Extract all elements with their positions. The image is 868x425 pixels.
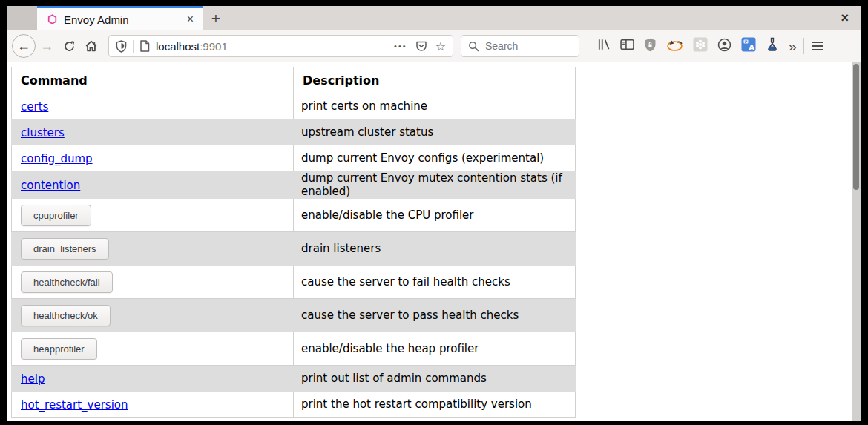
search-bar[interactable]: Search: [461, 35, 579, 57]
column-header-command: Command: [12, 67, 294, 93]
toolbar-separator: [803, 38, 804, 54]
column-header-description: Description: [294, 67, 576, 93]
tab-bar: Envoy Admin × + ×: [7, 6, 861, 30]
protections-shield-lock-icon[interactable]: [644, 38, 657, 55]
page-content: Command Description certs print certs on…: [7, 62, 861, 421]
window-close-icon[interactable]: ×: [841, 10, 849, 26]
command-link-config-dump[interactable]: config_dump: [21, 152, 93, 165]
translate-extension-icon[interactable]: A: [741, 37, 756, 55]
url-text[interactable]: localhost:9901: [156, 40, 228, 53]
search-placeholder: Search: [485, 40, 518, 52]
table-row: drain_listeners drain listeners: [12, 232, 576, 266]
command-link-contention[interactable]: contention: [21, 179, 80, 192]
titlebar-spacer: [7, 6, 37, 30]
flower-extension-icon[interactable]: [693, 37, 708, 55]
scrollbar-thumb[interactable]: [853, 64, 859, 190]
command-button-drain-listeners[interactable]: drain_listeners: [21, 238, 109, 260]
new-tab-button[interactable]: +: [203, 6, 228, 30]
flask-experiments-icon[interactable]: [766, 37, 779, 55]
url-bar[interactable]: localhost:9901 ••• ☆: [108, 35, 453, 57]
table-row: contention dump current Envoy mutex cont…: [12, 171, 576, 199]
back-button[interactable]: ←: [12, 34, 36, 58]
page-info-icon[interactable]: [139, 40, 150, 52]
search-magnifier-icon: [468, 41, 479, 52]
fox-extension-icon[interactable]: [666, 39, 683, 54]
page-actions-icon[interactable]: •••: [394, 42, 407, 50]
account-icon[interactable]: [717, 38, 731, 55]
toolbar-overflow-chevron-icon[interactable]: »: [789, 39, 797, 53]
reload-button[interactable]: [58, 35, 80, 57]
table-header-row: Command Description: [12, 67, 576, 93]
command-description: cause the server to pass health checks: [294, 299, 576, 332]
home-button[interactable]: [80, 35, 102, 57]
table-row: hot_restart_version print the hot restar…: [12, 392, 576, 418]
command-description: drain listeners: [294, 232, 576, 266]
command-button-heapprofiler[interactable]: heapprofiler: [21, 338, 97, 360]
command-button-cpuprofiler[interactable]: cpuprofiler: [21, 205, 91, 226]
command-description: enable/disable the CPU profiler: [294, 199, 576, 232]
command-link-hot-restart-version[interactable]: hot_restart_version: [21, 398, 128, 412]
sidebar-toggle-icon[interactable]: [620, 39, 634, 53]
table-row: healthcheck/ok cause the server to pass …: [12, 299, 576, 332]
command-description: print the hot restart compatibility vers…: [294, 392, 576, 418]
tracking-protection-shield-icon[interactable]: [116, 40, 127, 53]
command-description: dump current Envoy configs (experimental…: [294, 145, 576, 171]
url-host: localhost: [156, 40, 200, 53]
browser-window: Envoy Admin × + × ← → localhost:9901 •••: [7, 6, 861, 421]
tab-envoy-admin[interactable]: Envoy Admin ×: [37, 6, 203, 30]
tabbar-spacer: [228, 6, 841, 30]
vertical-scrollbar[interactable]: [852, 62, 861, 421]
forward-button[interactable]: →: [36, 35, 58, 57]
command-description: upstream cluster status: [294, 119, 576, 145]
command-link-clusters[interactable]: clusters: [21, 126, 65, 139]
table-row: heapprofiler enable/disable the heap pro…: [12, 332, 576, 366]
app-menu-icon[interactable]: [811, 40, 825, 52]
url-port: :9901: [200, 40, 228, 53]
svg-text:A: A: [749, 43, 755, 51]
command-description: print certs on machine: [294, 93, 576, 119]
table-row: clusters upstream cluster status: [12, 119, 576, 145]
tab-close-icon[interactable]: ×: [185, 13, 196, 26]
table-row: help print out list of admin commands: [12, 366, 576, 392]
command-description: dump current Envoy mutex contention stat…: [294, 171, 576, 199]
bookmark-star-icon[interactable]: ☆: [435, 39, 446, 53]
table-row: healthcheck/fail cause the server to fai…: [12, 266, 576, 299]
toolbar-extension-icons: A »: [597, 37, 797, 55]
navigation-toolbar: ← → localhost:9901 ••• ☆: [7, 30, 861, 62]
envoy-hexagon-favicon-icon: [47, 14, 57, 24]
table-row: certs print certs on machine: [12, 93, 576, 119]
command-description: print out list of admin commands: [294, 366, 576, 392]
pocket-save-icon[interactable]: [415, 40, 427, 52]
command-button-healthcheck-ok[interactable]: healthcheck/ok: [21, 305, 111, 326]
command-link-help[interactable]: help: [21, 372, 45, 386]
command-description: cause the server to fail health checks: [294, 266, 576, 299]
command-button-healthcheck-fail[interactable]: healthcheck/fail: [21, 271, 113, 293]
command-link-certs[interactable]: certs: [21, 100, 48, 113]
admin-commands-table: Command Description certs print certs on…: [11, 67, 576, 418]
urlbar-separator: [133, 40, 134, 53]
library-icon[interactable]: [597, 38, 611, 54]
table-row: cpuprofiler enable/disable the CPU profi…: [12, 199, 576, 232]
command-description: enable/disable the heap profiler: [294, 332, 576, 366]
table-row: config_dump dump current Envoy configs (…: [12, 145, 576, 171]
tab-title: Envoy Admin: [64, 13, 185, 26]
